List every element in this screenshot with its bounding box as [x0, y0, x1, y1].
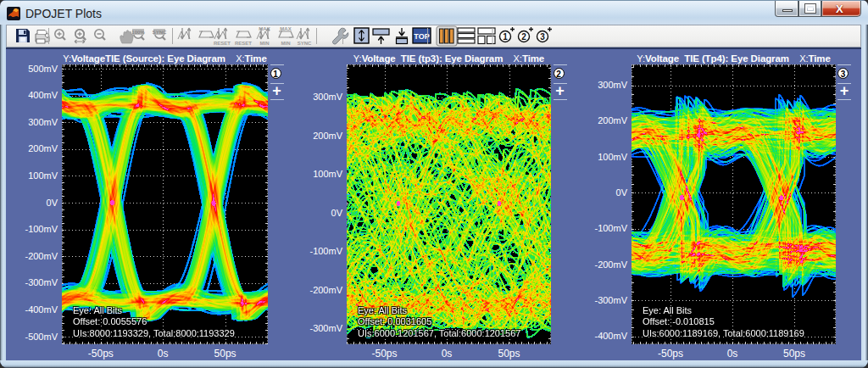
svg-text:RESET: RESET: [235, 41, 252, 46]
svg-text:MIN: MIN: [281, 41, 291, 46]
svg-text:MAX: MAX: [259, 26, 270, 31]
svg-text:TOP: TOP: [414, 32, 429, 41]
svg-text:100%: 100%: [131, 30, 145, 35]
svg-text:RESET: RESET: [214, 41, 231, 46]
svg-text:1: 1: [503, 32, 508, 42]
svg-text:SYNC: SYNC: [153, 30, 167, 35]
svg-text:MAX: MAX: [280, 26, 291, 31]
svg-text:SYNC: SYNC: [298, 41, 312, 46]
svg-text:2: 2: [521, 32, 526, 42]
svg-text:MIN: MIN: [260, 41, 270, 46]
svg-text:3: 3: [540, 32, 545, 42]
